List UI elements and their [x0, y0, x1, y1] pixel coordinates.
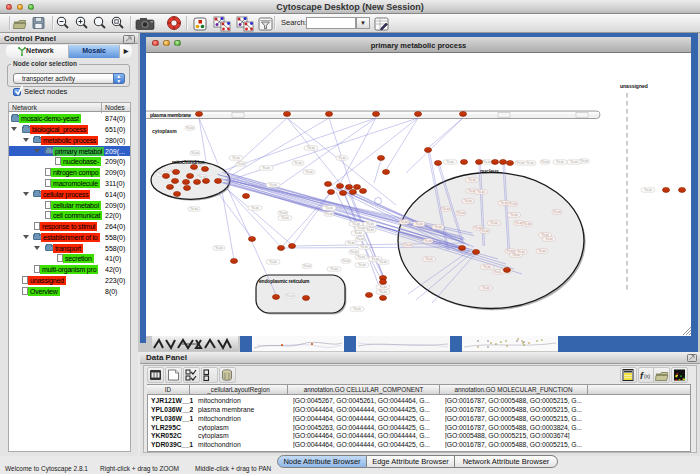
- svg-text:Yx-xx: Yx-xx: [191, 151, 199, 155]
- svg-text:Yx-xx: Yx-xx: [307, 146, 315, 150]
- svg-text:Yx-xx: Yx-xx: [580, 159, 588, 163]
- svg-text:Yx-xx: Yx-xx: [538, 249, 546, 253]
- svg-text:Yx-xx: Yx-xx: [500, 201, 508, 205]
- svg-text:Yx-xx: Yx-xx: [509, 202, 517, 206]
- svg-text:Yx-xx: Yx-xx: [269, 260, 277, 264]
- svg-text:Yx-xx: Yx-xx: [325, 206, 333, 210]
- svg-text:Yx-xx: Yx-xx: [342, 259, 350, 263]
- svg-text:Yx-xx: Yx-xx: [379, 285, 387, 289]
- svg-text:Yx-xx: Yx-xx: [330, 267, 338, 271]
- svg-text:Yx-xx: Yx-xx: [553, 210, 561, 214]
- svg-text:Yx-xx: Yx-xx: [457, 211, 465, 215]
- svg-text:Yx-xx: Yx-xx: [215, 246, 223, 250]
- svg-text:Yx-xx: Yx-xx: [644, 188, 652, 192]
- svg-text:Yx-xx: Yx-xx: [232, 156, 240, 160]
- svg-text:Yx-xx: Yx-xx: [516, 161, 524, 165]
- svg-text:Yx-xx: Yx-xx: [237, 162, 245, 166]
- svg-text:Yx-xx: Yx-xx: [434, 225, 442, 229]
- svg-text:Yx-xx: Yx-xx: [482, 286, 490, 290]
- svg-text:Yx-xx: Yx-xx: [424, 239, 432, 243]
- svg-text:Yx-xx: Yx-xx: [442, 207, 450, 211]
- svg-text:Yx-xx: Yx-xx: [303, 264, 311, 268]
- svg-text:Yx-xx: Yx-xx: [446, 160, 454, 164]
- svg-text:Yx-xx: Yx-xx: [279, 211, 287, 215]
- svg-text:Yx-xx: Yx-xx: [338, 156, 346, 160]
- svg-text:Yx-xx: Yx-xx: [360, 245, 368, 249]
- svg-text:endoplasmic reticulum: endoplasmic reticulum: [259, 278, 310, 284]
- svg-text:mitochondrion: mitochondrion: [172, 159, 205, 165]
- svg-text:Yx-xx: Yx-xx: [190, 207, 198, 211]
- svg-text:Yx-xx: Yx-xx: [354, 231, 362, 235]
- svg-text:Yx-xx: Yx-xx: [510, 213, 518, 217]
- svg-text:unassigned: unassigned: [620, 83, 648, 89]
- svg-text:Yx-xx: Yx-xx: [347, 241, 355, 245]
- svg-text:Yx-xx: Yx-xx: [541, 160, 549, 164]
- svg-text:Yx-xx: Yx-xx: [379, 290, 387, 294]
- svg-text:Yx-xx: Yx-xx: [415, 222, 423, 226]
- svg-text:cytoplasm: cytoplasm: [152, 128, 177, 134]
- svg-text:Yx-xx: Yx-xx: [262, 166, 270, 170]
- svg-text:Yx-xx: Yx-xx: [464, 199, 472, 203]
- svg-text:Yx-xx: Yx-xx: [477, 190, 485, 194]
- svg-text:Yx-xx: Yx-xx: [483, 265, 491, 269]
- svg-text:Yx-xx: Yx-xx: [294, 161, 302, 165]
- svg-text:Yx-xx: Yx-xx: [251, 206, 259, 210]
- svg-text:Yx-xx: Yx-xx: [481, 229, 489, 233]
- svg-text:Yx-xx: Yx-xx: [483, 160, 491, 164]
- svg-text:Yx-xx: Yx-xx: [404, 243, 412, 247]
- svg-text:Yx-xx: Yx-xx: [468, 178, 476, 182]
- svg-text:nucleus: nucleus: [480, 168, 499, 174]
- svg-text:Yx-xx: Yx-xx: [517, 250, 525, 254]
- svg-text:Yx-xx: Yx-xx: [526, 161, 534, 165]
- svg-text:Yx-xx: Yx-xx: [523, 222, 531, 226]
- svg-text:Yx-xx: Yx-xx: [425, 257, 433, 261]
- svg-text:Yx-xx: Yx-xx: [490, 221, 498, 225]
- svg-text:Yx-xx: Yx-xx: [400, 220, 408, 224]
- svg-text:Yx-xx: Yx-xx: [325, 212, 333, 216]
- svg-text:Yx-xx: Yx-xx: [357, 255, 365, 259]
- svg-text:Yx-xx: Yx-xx: [353, 307, 361, 311]
- svg-text:Yx-xx: Yx-xx: [366, 222, 374, 226]
- svg-text:Yx-xx: Yx-xx: [286, 294, 294, 298]
- svg-text:Yx-xx: Yx-xx: [186, 126, 194, 130]
- svg-text:Yx-xx: Yx-xx: [545, 237, 553, 241]
- svg-text:plasma membrane: plasma membrane: [150, 112, 191, 118]
- svg-text:Yx-xx: Yx-xx: [358, 263, 366, 267]
- svg-text:Yx-xx: Yx-xx: [379, 260, 387, 264]
- svg-text:Yx-xx: Yx-xx: [570, 160, 578, 164]
- svg-text:Yx-xx: Yx-xx: [556, 160, 564, 164]
- svg-text:(x): (x): [644, 373, 650, 379]
- svg-text:Yx-xx: Yx-xx: [281, 216, 289, 220]
- svg-text:Yx-xx: Yx-xx: [356, 237, 364, 241]
- svg-text:Yx-xx: Yx-xx: [366, 228, 374, 232]
- svg-text:Yx-xx: Yx-xx: [305, 170, 313, 174]
- svg-text:Yx-xx: Yx-xx: [350, 250, 358, 254]
- svg-text:Yx-xx: Yx-xx: [269, 183, 277, 187]
